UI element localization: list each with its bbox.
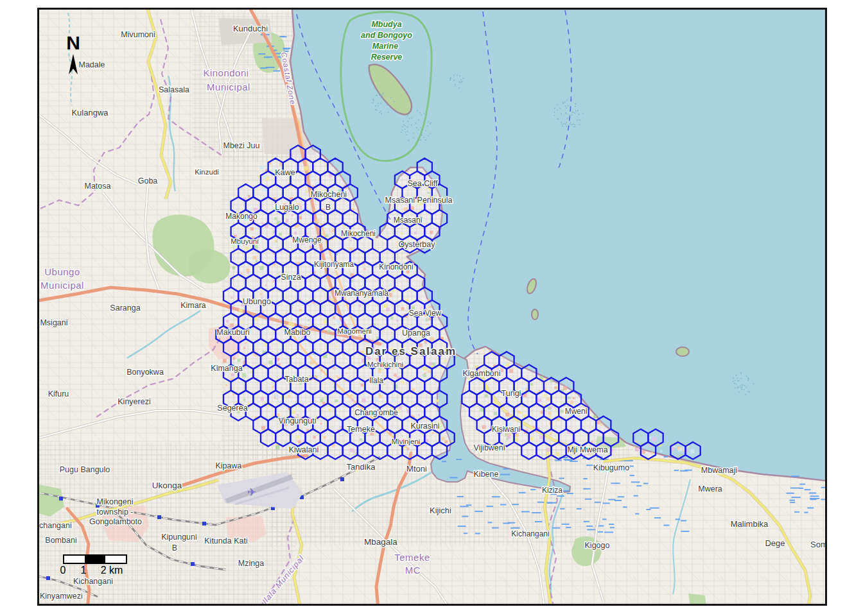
map-label: Kipunguni <box>161 533 197 542</box>
map-label: Msigani <box>40 318 67 327</box>
map-label: Reserve <box>371 53 403 62</box>
map-label: Temeke <box>347 425 375 434</box>
map-label: Mtoni <box>406 464 427 474</box>
map-label: Kinzudi <box>195 168 219 176</box>
hex-cell <box>432 442 447 459</box>
map-figure: ✈MivumoniMadaleKunduchiKulangwaSalasalaK… <box>0 0 863 616</box>
map-label: Mikocheni <box>341 229 376 238</box>
map-label: Kichangani <box>73 577 113 586</box>
map-label: Kifuru <box>48 389 69 398</box>
map-layers: ✈MivumoniMadaleKunduchiKulangwaSalasalaK… <box>39 9 828 610</box>
map-label: Temeke <box>394 552 430 563</box>
map-label: Sinza <box>281 273 301 282</box>
map-label: MC <box>405 565 421 576</box>
map-label: Mbudya <box>371 20 401 29</box>
map-label: Marine <box>372 42 398 51</box>
railway-station-marker <box>46 576 50 580</box>
map-label: Matosa <box>85 182 111 191</box>
map-label: Ubungo <box>243 297 271 306</box>
map-label: Kinondoni <box>379 262 413 271</box>
map-label: Tungi <box>501 389 521 398</box>
hex-cell <box>552 442 566 459</box>
map-label: Kitunda Kati <box>204 536 247 545</box>
map-label: Som <box>810 540 828 549</box>
map-label: Upanga <box>402 329 430 338</box>
map-label: Salasala <box>159 85 189 94</box>
map-label: Tabata <box>284 375 309 384</box>
map-label: B <box>172 543 177 552</box>
map-label: B <box>326 203 331 212</box>
map-label: Dar es Salaam <box>365 345 457 357</box>
map-label: Goba <box>138 176 158 185</box>
map-label: Kinyerezi <box>118 397 150 406</box>
map-label: Kigamboni <box>462 369 500 378</box>
map-label: Vingunguti <box>279 416 317 425</box>
map-label: Mivumoni <box>121 30 155 39</box>
map-label: Msasani Peninsula <box>385 196 453 205</box>
map-label: Municipal <box>40 280 84 291</box>
scale-bar-graphic <box>63 554 127 564</box>
map-label: Mweni <box>565 407 588 416</box>
map-label: Tandika <box>347 462 376 472</box>
map-label: Kimara <box>180 301 206 310</box>
scale-bar: 0 1 2 km <box>58 554 135 578</box>
hex-cell <box>372 442 387 459</box>
map-label: Kimanga <box>211 364 242 373</box>
map-label: Sea View <box>409 309 442 318</box>
map-label: and Bongoyo <box>361 31 412 40</box>
map-label: Bonyokwa <box>126 368 164 377</box>
railway-station-marker <box>191 562 195 566</box>
hex-cell <box>670 442 685 459</box>
map-label: Ukonga <box>152 481 182 490</box>
hex-cell <box>521 442 536 459</box>
hex-cell <box>328 442 343 459</box>
hex-cell <box>261 429 275 447</box>
map-label: Segerea <box>217 404 247 413</box>
map-label: Dege <box>765 538 785 548</box>
map-label: Kibene <box>474 470 499 479</box>
map-label: Kibugumo <box>593 463 629 472</box>
map-label: Kinondoni <box>203 67 248 78</box>
hex-cell <box>641 442 656 459</box>
map-label: Kisiwani <box>492 425 520 434</box>
hex-cell <box>686 442 701 459</box>
map-label: Mbagala <box>364 537 397 547</box>
map-label: Makongo <box>225 212 257 221</box>
north-arrow-icon <box>66 53 80 76</box>
map-label: Malimbika <box>731 519 769 529</box>
map-label: Kipawa <box>216 461 242 470</box>
scale-tick-0: 0 <box>60 565 66 576</box>
map-label: Mwananyamala <box>335 289 388 298</box>
map-label: Kulangwa <box>71 108 109 117</box>
map-label: Magomeni <box>337 327 372 335</box>
scale-tick-1: 1 <box>81 565 87 576</box>
map-label: Mivinjeni <box>392 438 421 445</box>
hex-cell <box>536 442 551 459</box>
map-label: Chang'ombe <box>354 408 398 417</box>
map-label: Lugalo <box>275 203 299 212</box>
north-label: N <box>57 33 90 53</box>
map-label: Mzinga <box>238 559 264 568</box>
map-label: Kinyamwezi <box>40 592 83 601</box>
map-label: Vijibweni <box>473 443 505 452</box>
map-label: Mikongeni <box>97 497 134 506</box>
railway-station-marker <box>59 497 63 501</box>
map-label: Mbuyuni <box>231 237 258 245</box>
scale-tick-2: 2 km <box>101 565 123 576</box>
map-label: Sea Cliff <box>407 179 438 188</box>
north-arrow: N <box>57 33 90 78</box>
map-label: Mwenge <box>292 235 322 244</box>
map-label: Kijichi <box>430 506 451 515</box>
map-label: Mbwamaji <box>701 466 737 475</box>
map-canvas: ✈MivumoniMadaleKunduchiKulangwaSalasalaK… <box>0 0 863 616</box>
map-label: changani <box>39 521 72 530</box>
map-label: Municipal <box>207 81 250 92</box>
map-label: Mji Mwema <box>567 445 607 454</box>
map-label: Makuburi <box>216 328 249 337</box>
map-label: Kiziza <box>542 486 562 495</box>
hex-cell <box>358 442 372 459</box>
map-label: township - <box>97 508 134 517</box>
map-label: Kurasini <box>410 422 439 431</box>
map-label: Saranga <box>110 304 140 312</box>
railway-station-marker <box>340 477 344 481</box>
